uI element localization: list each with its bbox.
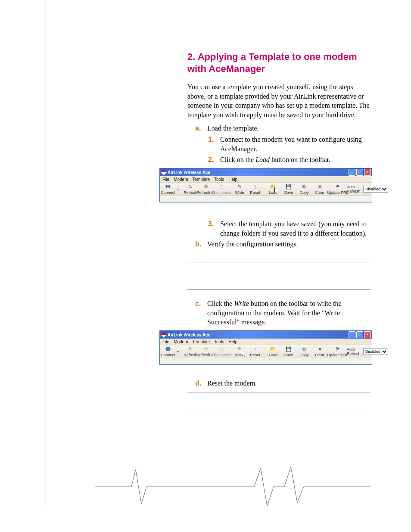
- menu-template[interactable]: Template: [192, 177, 210, 182]
- step-c-text: Click the Write button on the toolbar to…: [207, 299, 371, 327]
- menubar: File Modem Template Tools Help: [160, 339, 372, 345]
- clear-icon: ✕: [317, 184, 323, 190]
- connect-dropdown-icon[interactable]: ▾: [177, 187, 179, 191]
- content-block-intro: 2. Applying a Template to one modem with…: [187, 51, 371, 166]
- load-button[interactable]: 📂Load: [267, 346, 280, 357]
- titlebar: AirLink Wireless Ace _ □ ×: [160, 331, 372, 339]
- save-icon: 💾: [286, 184, 292, 190]
- update-prl-button[interactable]: ⚑Update PRL: [331, 346, 344, 357]
- marker-d: d.: [195, 379, 207, 388]
- marker-a2: 2.: [208, 155, 220, 165]
- reset-button[interactable]: !Reset: [249, 184, 262, 195]
- menu-file[interactable]: File: [162, 177, 169, 182]
- close-button[interactable]: ×: [364, 169, 371, 176]
- disconnect-icon: ◌: [218, 346, 224, 352]
- refresh-button[interactable]: ↻Refresh: [184, 346, 197, 357]
- margin-rule-right: [95, 0, 95, 508]
- titlebar: AirLink Wireless Ace _ □ ×: [160, 168, 372, 176]
- refresh-all-icon: ⟳: [203, 346, 209, 352]
- step-c-pre: Click the: [207, 300, 234, 307]
- menu-help[interactable]: Help: [228, 339, 237, 344]
- step-d-text: Reset the modem.: [207, 379, 371, 388]
- acemanager-window-load: AirLink Wireless Ace _ □ × File Modem Te…: [159, 168, 372, 202]
- save-button[interactable]: 💾Save: [282, 184, 295, 195]
- content-block-stepd: d. Reset the modem.: [187, 377, 371, 390]
- menu-tools[interactable]: Tools: [214, 339, 224, 344]
- refresh-icon: ↻: [187, 346, 193, 352]
- minimize-button[interactable]: _: [349, 169, 355, 176]
- window-title: AirLink Wireless Ace: [168, 170, 210, 175]
- app-icon: [161, 332, 167, 338]
- clear-button[interactable]: ✕Clear: [313, 346, 326, 357]
- intro-paragraph: You can use a template you created yours…: [187, 82, 371, 119]
- step-a2-pre: Click on the: [220, 156, 255, 163]
- menubar: File Modem Template Tools Help: [160, 176, 372, 183]
- window-title: AirLink Wireless Ace: [168, 333, 210, 337]
- maximize-button[interactable]: □: [356, 331, 363, 338]
- reset-icon: !: [252, 184, 258, 190]
- step-a2: 2. Click on the Load button on the toolb…: [208, 155, 371, 165]
- reset-button[interactable]: !Reset: [249, 346, 262, 357]
- update-icon: ⚑: [335, 346, 341, 352]
- step-a1-text: Connect to the modem you want to configu…: [220, 135, 371, 153]
- menu-modem[interactable]: Modem: [174, 177, 188, 182]
- client-area: [160, 196, 372, 202]
- acemanager-window-write: AirLink Wireless Ace _ □ × File Modem Te…: [159, 330, 372, 365]
- load-button[interactable]: 📂Load: [267, 184, 280, 195]
- folder-open-icon: 📂: [270, 346, 276, 352]
- refresh-button[interactable]: ↻Refresh: [184, 184, 197, 195]
- disconnect-button: ◌Disconnect: [215, 346, 228, 357]
- step-c-italic: Write: [234, 300, 249, 307]
- section-heading: 2. Applying a Template to one modem with…: [187, 51, 371, 75]
- connect-button[interactable]: ☎Connect: [162, 346, 174, 357]
- auto-refresh-select[interactable]: Disabled: [363, 186, 388, 193]
- step-b-text: Verify the configuration settings.: [207, 240, 371, 249]
- minimize-button[interactable]: _: [349, 331, 355, 338]
- disconnect-button: ◌Disconnect: [215, 184, 228, 195]
- separator: [187, 262, 371, 262]
- marker-a3: 3.: [208, 219, 220, 238]
- separator: [187, 392, 371, 392]
- auto-refresh-select[interactable]: Disabled: [363, 348, 388, 355]
- marker-c: c.: [195, 299, 207, 327]
- menu-modem[interactable]: Modem: [174, 339, 188, 344]
- margin-rule-left: [46, 0, 46, 508]
- connect-dropdown-icon[interactable]: ▾: [177, 350, 179, 354]
- step-a2-text: Click on the Load button on the toolbar.: [220, 155, 371, 165]
- save-icon: 💾: [286, 346, 292, 352]
- write-button[interactable]: ✎Write: [233, 184, 246, 195]
- clear-button[interactable]: ✕Clear: [313, 184, 326, 195]
- app-icon: [161, 169, 167, 175]
- marker-a: a.: [195, 124, 207, 133]
- folder-open-icon: 📂: [270, 184, 276, 190]
- separator: [187, 289, 371, 290]
- content-block-step3b: 3. Select the template you have saved (y…: [187, 218, 371, 251]
- step-a1: 1. Connect to the modem you want to conf…: [208, 135, 371, 153]
- connect-button[interactable]: ☎Connect: [162, 184, 174, 195]
- copy-icon: ⧉: [301, 346, 307, 352]
- pencil-icon: ✎: [237, 346, 243, 352]
- write-button[interactable]: ✎Write: [233, 346, 246, 357]
- step-a-text: Load the template.: [207, 124, 371, 133]
- menu-help[interactable]: Help: [228, 177, 237, 182]
- update-prl-button[interactable]: ⚑Update PRL: [331, 184, 344, 195]
- copy-button[interactable]: ⧉Copy: [298, 184, 311, 195]
- refresh-all-button[interactable]: ⟳Refresh All: [199, 184, 212, 195]
- toolbar: ☎Connect ▾ ↻Refresh ⟳Refresh All ◌Discon…: [160, 183, 372, 196]
- refresh-all-button[interactable]: ⟳Refresh All: [199, 346, 212, 357]
- connect-icon: ☎: [165, 184, 171, 190]
- maximize-button[interactable]: □: [356, 169, 363, 176]
- close-button[interactable]: ×: [364, 331, 371, 338]
- menu-file[interactable]: File: [162, 339, 169, 344]
- toolbar: ☎Connect ▾ ↻Refresh ⟳Refresh All ◌Discon…: [160, 345, 372, 358]
- menu-template[interactable]: Template: [192, 339, 210, 344]
- menu-tools[interactable]: Tools: [214, 177, 224, 182]
- step-a: a. Load the template.: [195, 124, 371, 133]
- marker-b: b.: [195, 240, 207, 249]
- copy-button[interactable]: ⧉Copy: [298, 346, 311, 357]
- step-a2-italic: Load: [255, 156, 270, 163]
- save-button[interactable]: 💾Save: [282, 346, 295, 357]
- disconnect-icon: ◌: [218, 184, 224, 190]
- content-block-stepc: c. Click the Write button on the toolbar…: [187, 297, 371, 329]
- document-page: 2. Applying a Template to one modem with…: [0, 0, 411, 532]
